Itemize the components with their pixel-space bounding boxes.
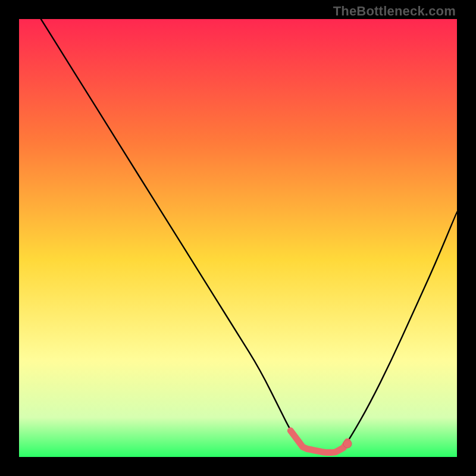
bottleneck-chart — [19, 19, 457, 457]
chart-frame — [19, 19, 457, 457]
optimal-marker — [343, 440, 352, 448]
gradient-background — [19, 19, 457, 457]
watermark-text: TheBottleneck.com — [333, 4, 456, 19]
